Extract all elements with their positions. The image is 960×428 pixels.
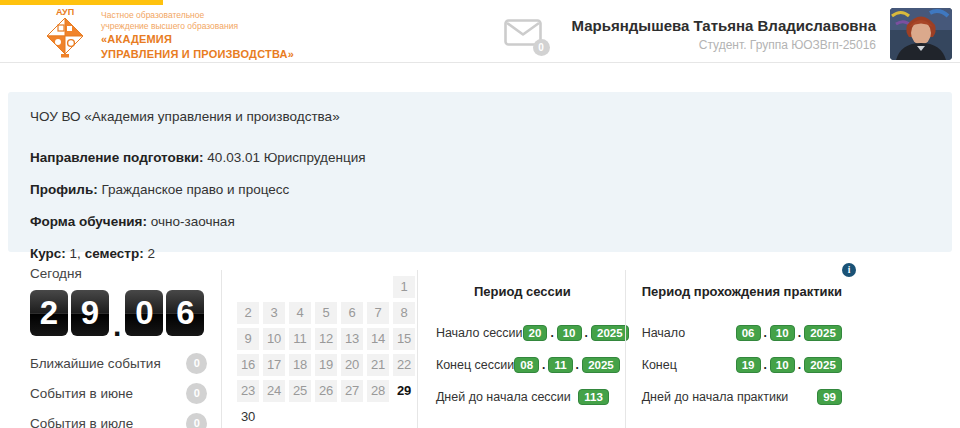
calendar-day[interactable]: 16 bbox=[237, 354, 259, 376]
calendar-day[interactable]: 12 bbox=[315, 328, 337, 350]
date-separator: . bbox=[798, 326, 801, 340]
calendar-day[interactable]: 11 bbox=[289, 328, 311, 350]
date-day-badge: 20 bbox=[523, 325, 548, 341]
practice-period-panel: i Период прохождения практики Начало 06 … bbox=[626, 262, 960, 428]
calendar-blank bbox=[263, 276, 285, 298]
calendar-blank bbox=[341, 276, 363, 298]
date-year-badge: 2025 bbox=[804, 357, 842, 373]
date-month-badge: 10 bbox=[770, 325, 795, 341]
student-info-panel: ЧОУ ВО «Академия управления и производст… bbox=[8, 92, 952, 252]
session-start-date: 20 . 10 . 2025 bbox=[523, 325, 629, 341]
date-separator: . bbox=[585, 326, 588, 340]
student-dashboard-page: АУП Частное образовательное учреждение в… bbox=[0, 0, 960, 428]
calendar-week: 23 24 25 26 27 28 29 bbox=[235, 378, 417, 404]
calendar-blank bbox=[367, 276, 389, 298]
calendar-day[interactable]: 23 bbox=[237, 380, 259, 402]
practice-end-date: 19 . 10 . 2025 bbox=[736, 357, 842, 373]
event-row-upcoming[interactable]: Ближайшие события 0 bbox=[30, 348, 207, 378]
event-label: События в июне bbox=[30, 386, 133, 401]
calendar-day[interactable]: 1 bbox=[393, 276, 415, 298]
calendar-day[interactable]: 28 bbox=[367, 380, 389, 402]
calendar-week: 16 17 18 19 20 21 22 bbox=[235, 352, 417, 378]
course-value: 1, bbox=[70, 246, 81, 261]
event-count-badge: 0 bbox=[186, 413, 207, 428]
date-month-badge: 11 bbox=[548, 357, 572, 373]
calendar-day[interactable]: 21 bbox=[367, 354, 389, 376]
event-count-badge: 0 bbox=[186, 353, 207, 374]
profile-row: Профиль: Гражданское право и процесс bbox=[30, 181, 932, 198]
calendar-day[interactable]: 5 bbox=[315, 302, 337, 324]
study-form-label: Форма обучения: bbox=[30, 214, 147, 229]
calendar-day[interactable]: 10 bbox=[263, 328, 285, 350]
days-count-badge: 113 bbox=[578, 389, 609, 405]
direction-row: Направление подготовки: 40.03.01 Юриспру… bbox=[30, 149, 932, 166]
event-row-july[interactable]: События в июле 0 bbox=[30, 408, 207, 428]
date-separator: . bbox=[576, 358, 579, 372]
practice-start-label: Начало bbox=[642, 326, 736, 340]
clock-digit: 9 bbox=[71, 290, 109, 336]
calendar-day[interactable]: 18 bbox=[289, 354, 311, 376]
calendar-day[interactable]: 30 bbox=[237, 406, 259, 428]
calendar-day[interactable]: 7 bbox=[367, 302, 389, 324]
date-separator: . bbox=[550, 326, 553, 340]
calendar-day[interactable]: 24 bbox=[263, 380, 285, 402]
today-column: Сегодня 2 9 . 0 6 Ближайшие события 0 Со… bbox=[0, 262, 221, 428]
days-count-badge: 99 bbox=[817, 389, 842, 405]
calendar-day[interactable]: 3 bbox=[263, 302, 285, 324]
calendar-day[interactable]: 2 bbox=[237, 302, 259, 324]
study-form-value: очно-заочная bbox=[151, 214, 235, 229]
flip-clock: 2 9 . 0 6 bbox=[30, 290, 207, 336]
brand-name-line2: УПРАВЛЕНИЯ И ПРОИЗВОДСТВА» bbox=[101, 47, 294, 62]
user-role: Студент. Группа ЮОЗВгп-25016 bbox=[572, 38, 876, 52]
calendar-day[interactable]: 20 bbox=[341, 354, 363, 376]
calendar-week: 1 bbox=[235, 274, 417, 300]
calendar-day[interactable]: 17 bbox=[263, 354, 285, 376]
event-label: Ближайшие события bbox=[30, 356, 161, 371]
calendar-day[interactable]: 6 bbox=[341, 302, 363, 324]
user-avatar[interactable] bbox=[890, 8, 952, 60]
clock-digit: 6 bbox=[166, 290, 204, 336]
calendar-day[interactable]: 14 bbox=[367, 328, 389, 350]
date-year-badge: 2025 bbox=[582, 357, 620, 373]
event-count-badge: 0 bbox=[186, 383, 207, 404]
calendar-blank bbox=[289, 276, 311, 298]
calendar-day[interactable]: 26 bbox=[315, 380, 337, 402]
calendar-day[interactable]: 22 bbox=[393, 354, 415, 376]
event-row-june[interactable]: События в июне 0 bbox=[30, 378, 207, 408]
practice-start-row: Начало 06 . 10 . 2025 bbox=[642, 323, 842, 342]
calendar-day[interactable]: 19 bbox=[315, 354, 337, 376]
practice-panel-title: Период прохождения практики bbox=[642, 284, 842, 299]
calendar-day[interactable]: 4 bbox=[289, 302, 311, 324]
semester-label: семестр: bbox=[85, 246, 144, 261]
svg-text:АУП: АУП bbox=[56, 7, 74, 17]
profile-label: Профиль: bbox=[30, 182, 98, 197]
calendar-day[interactable]: 25 bbox=[289, 380, 311, 402]
avatar-photo bbox=[890, 8, 952, 60]
date-day-badge: 06 bbox=[736, 325, 761, 341]
calendar-day[interactable]: 13 bbox=[341, 328, 363, 350]
institution-name: ЧОУ ВО «Академия управления и производст… bbox=[30, 109, 932, 124]
academy-brand[interactable]: АУП Частное образовательное учреждение в… bbox=[38, 6, 294, 62]
session-end-date: 08 . 11 . 2025 bbox=[514, 357, 620, 373]
calendar-day[interactable]: 9 bbox=[237, 328, 259, 350]
info-icon[interactable]: i bbox=[842, 263, 856, 277]
messages-button[interactable]: 0 bbox=[504, 19, 542, 50]
practice-start-date: 06 . 10 . 2025 bbox=[736, 325, 842, 341]
user-meta[interactable]: Марьяндышева Татьяна Владиславовна Студе… bbox=[572, 17, 876, 52]
session-days-row: Дней до начала сессии 113 bbox=[436, 387, 609, 406]
date-separator: . bbox=[764, 326, 767, 340]
session-days-label: Дней до начала сессии bbox=[436, 390, 578, 404]
brand-subtitle-line1: Частное образовательное bbox=[101, 10, 294, 21]
date-day-badge: 08 bbox=[514, 357, 539, 373]
calendar-day[interactable]: 15 bbox=[393, 328, 415, 350]
clock-separator: . bbox=[113, 316, 121, 336]
calendar-week: 2 3 4 5 6 7 8 bbox=[235, 300, 417, 326]
calendar-column: 1 2 3 4 5 6 7 8 9 10 11 12 13 14 15 16 bbox=[222, 262, 417, 428]
session-panel-title: Период сессии bbox=[436, 284, 609, 299]
calendar-day[interactable]: 27 bbox=[341, 380, 363, 402]
session-start-label: Начало сессии bbox=[436, 326, 523, 340]
calendar-day[interactable]: 8 bbox=[393, 302, 415, 324]
direction-label: Направление подготовки: bbox=[30, 150, 204, 165]
events-list: Ближайшие события 0 События в июне 0 Соб… bbox=[30, 348, 207, 428]
calendar-day-today[interactable]: 29 bbox=[393, 380, 415, 402]
